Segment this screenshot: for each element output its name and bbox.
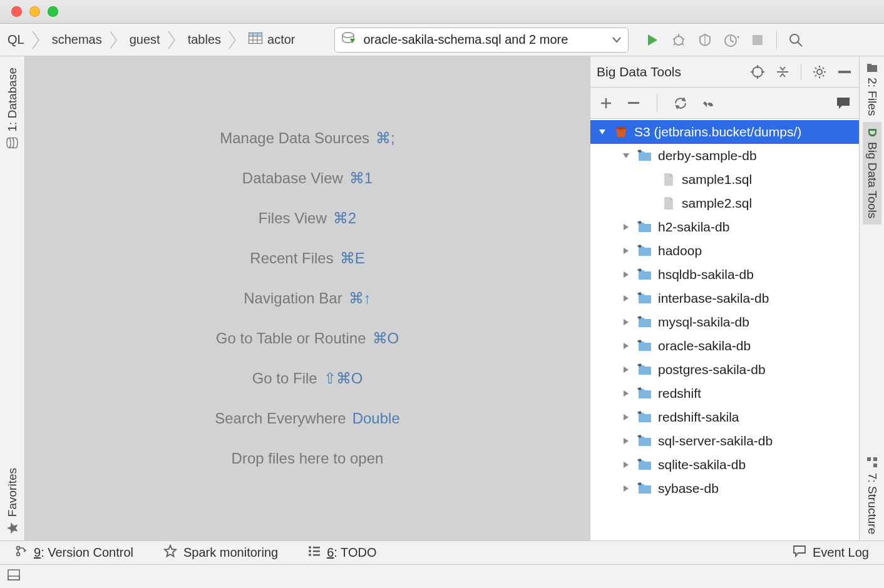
hide-icon[interactable] [836, 64, 853, 80]
tree-node-folder[interactable]: sqlite-sakila-db [590, 453, 859, 477]
svg-line-32 [823, 75, 824, 76]
tree-node-folder[interactable]: interbase-sakila-db [590, 286, 859, 310]
event-log-tab[interactable]: Event Log [793, 545, 869, 560]
disclosure-closed-icon[interactable] [620, 437, 632, 445]
tree-node-file[interactable]: sample1.sql [590, 168, 859, 191]
disclosure-closed-icon[interactable] [620, 294, 632, 303]
svg-line-9 [673, 39, 675, 39]
svg-rect-35 [838, 71, 851, 73]
disclosure-closed-icon[interactable] [620, 413, 632, 422]
svg-point-26 [817, 69, 822, 74]
disclosure-closed-icon[interactable] [620, 389, 632, 398]
svg-point-73 [309, 546, 311, 549]
files-toolwindow-tab[interactable]: 2: Files [863, 56, 881, 122]
rail-tab-label: Big Data Tools [865, 142, 879, 218]
todo-number: 6 [327, 545, 334, 559]
breadcrumb-item[interactable]: schemas [41, 28, 110, 53]
disclosure-closed-icon[interactable] [620, 318, 632, 327]
folder-shortcut-icon [637, 385, 653, 402]
search-button[interactable] [784, 29, 807, 51]
disclosure-closed-icon[interactable] [620, 270, 632, 279]
folder-shortcut-icon [637, 148, 653, 164]
tree-node-folder[interactable]: postgres-sakila-db [590, 358, 859, 382]
profile-button[interactable] [720, 29, 743, 51]
svg-rect-74 [313, 547, 320, 549]
disclosure-closed-icon[interactable] [620, 342, 632, 350]
tree-node-folder[interactable]: mysql-sakila-db [590, 310, 859, 334]
tree-label: oracle-sakila-db [658, 338, 751, 353]
tree-label: redshift [658, 386, 701, 401]
breadcrumb-item[interactable]: guest [118, 28, 168, 53]
tree-node-folder[interactable]: sybase-db [590, 477, 859, 500]
svg-point-71 [17, 547, 20, 550]
todo-tab[interactable]: 6: TODO [308, 545, 376, 560]
editor-empty-state: Manage Data Sources ⌘; Database View ⌘1 … [25, 56, 590, 540]
version-control-tab[interactable]: 9: Version Control [15, 545, 133, 560]
connections-tree[interactable]: S3 (jetbrains.bucket/dumps/) derby-sampl… [590, 119, 859, 540]
hint-shortcut: ⌘↑ [349, 290, 371, 307]
maximize-window-button[interactable] [48, 6, 58, 17]
toolwindows-toggle-icon[interactable] [8, 569, 20, 584]
feedback-icon[interactable] [835, 95, 851, 111]
file-icon [660, 195, 677, 211]
star-icon [6, 521, 19, 535]
tree-node-file[interactable]: sample2.sql [590, 191, 859, 215]
wrench-icon[interactable] [700, 95, 716, 111]
coverage-button[interactable] [694, 29, 716, 51]
spark-monitoring-tab[interactable]: Spark monitoring [163, 544, 278, 561]
breadcrumb-item[interactable]: tables [177, 28, 229, 53]
tree-node-s3-root[interactable]: S3 (jetbrains.bucket/dumps/) [590, 120, 859, 144]
hint-row: Drop files here to open [232, 450, 384, 467]
disclosure-closed-icon[interactable] [620, 484, 632, 493]
status-bar [0, 564, 884, 588]
tree-node-folder[interactable]: hsqldb-sakila-db [590, 263, 859, 286]
hint-label: Go to File [252, 370, 317, 387]
disclosure-open-icon[interactable] [597, 128, 608, 136]
breadcrumb-item[interactable]: actor [237, 28, 302, 53]
minimize-window-button[interactable] [29, 6, 40, 17]
disclosure-open-icon[interactable] [620, 152, 632, 160]
run-config-dropdown[interactable]: oracle-sakila-schema.sql and 2 more [334, 28, 629, 53]
disclosure-closed-icon[interactable] [620, 365, 632, 374]
hint-shortcut: ⌘O [373, 330, 399, 347]
breadcrumb-item[interactable]: QL [4, 28, 32, 53]
database-toolwindow-tab[interactable]: 1: Database [3, 61, 22, 155]
tree-label: sqlite-sakila-db [658, 457, 746, 472]
hint-shortcut: Double [352, 410, 400, 427]
hint-label: Search Everywhere [215, 410, 346, 427]
disclosure-closed-icon[interactable] [620, 223, 632, 231]
tree-node-folder[interactable]: derby-sample-db [590, 144, 859, 168]
run-button[interactable] [641, 29, 664, 51]
remove-button[interactable] [625, 95, 642, 111]
tree-node-folder[interactable]: h2-sakila-db [590, 215, 859, 239]
refresh-button[interactable] [672, 95, 689, 111]
tree-node-folder[interactable]: hadoop [590, 239, 859, 263]
disclosure-closed-icon[interactable] [620, 246, 632, 255]
stop-button[interactable] [746, 29, 769, 51]
spark-label: Spark monitoring [183, 545, 278, 560]
gear-icon[interactable] [811, 64, 828, 80]
tree-node-folder[interactable]: oracle-sakila-db [590, 334, 859, 358]
target-icon[interactable] [749, 64, 766, 80]
tree-node-folder[interactable]: redshift [590, 382, 859, 405]
breadcrumb-separator-icon [32, 28, 41, 53]
structure-toolwindow-tab[interactable]: 7: Structure [863, 450, 881, 540]
folder-shortcut-icon [637, 243, 653, 259]
collapse-all-icon[interactable] [774, 64, 791, 80]
tree-label: redshift-sakila [658, 410, 739, 425]
breadcrumb-separator-icon [229, 28, 237, 53]
debug-button[interactable] [667, 29, 690, 51]
disclosure-closed-icon[interactable] [620, 460, 632, 469]
bottom-toolwindow-bar: 9: Version Control Spark monitoring 6: T… [0, 540, 884, 564]
folder-shortcut-icon [637, 314, 653, 330]
close-window-button[interactable] [11, 6, 22, 17]
big-data-tools-tab[interactable]: D Big Data Tools [863, 122, 881, 225]
tree-node-folder[interactable]: redshift-sakila [590, 405, 859, 429]
svg-line-33 [815, 75, 816, 76]
breadcrumb-separator-icon [168, 28, 177, 53]
favorites-toolwindow-tab[interactable]: Favorites [3, 462, 22, 540]
add-button[interactable] [598, 95, 614, 111]
folder-shortcut-icon [637, 362, 653, 378]
tree-node-folder[interactable]: sql-server-sakila-db [590, 429, 859, 453]
toolbar-separator [776, 31, 777, 49]
